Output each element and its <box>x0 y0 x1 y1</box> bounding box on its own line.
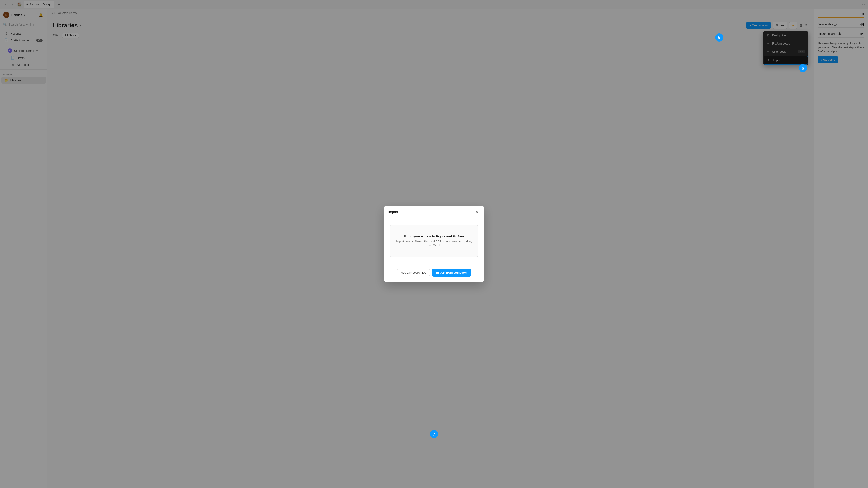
modal-overlay[interactable]: Import × Bring your work into Figma and … <box>0 0 868 488</box>
step-circle-7: 7 <box>430 430 438 438</box>
step-circle-5: 5 <box>715 33 723 41</box>
import-modal: Import × Bring your work into Figma and … <box>384 206 484 282</box>
import-from-computer-button[interactable]: Import from computer <box>432 269 471 276</box>
add-jamboard-button[interactable]: Add Jamboard files <box>397 269 430 276</box>
modal-header: Import × <box>384 206 484 218</box>
step-circle-6: 6 <box>799 64 807 72</box>
modal-drop-area[interactable]: Bring your work into Figma and FigJam Im… <box>390 225 478 257</box>
modal-subtext: Import images, Sketch files, and PDF exp… <box>395 239 473 248</box>
modal-body: Bring your work into Figma and FigJam Im… <box>384 218 484 269</box>
modal-title: Import <box>388 210 398 214</box>
modal-close-button[interactable]: × <box>474 209 480 215</box>
modal-actions: Add Jamboard files Import from computer <box>384 269 484 282</box>
modal-heading: Bring your work into Figma and FigJam <box>395 234 473 238</box>
